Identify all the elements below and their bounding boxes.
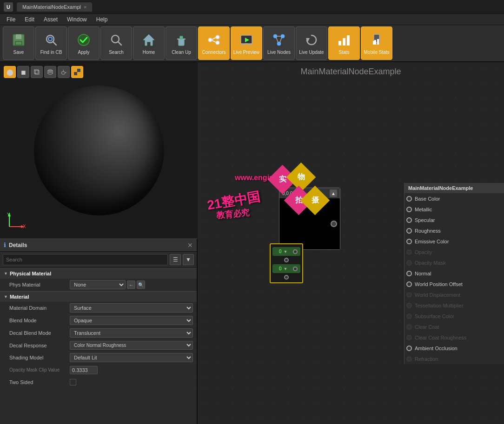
shading-model-label: Shading Model — [9, 355, 70, 360]
phys-material-select[interactable]: None — [70, 280, 126, 289]
details-title: Details — [9, 242, 27, 248]
tessellation-multiplier-pin — [406, 303, 412, 308]
live-update-button[interactable]: Live Update — [296, 26, 327, 60]
save-button[interactable]: Save — [3, 26, 34, 60]
details-filter-button[interactable]: ▼ — [183, 254, 194, 265]
save-label: Save — [13, 50, 24, 55]
blend-mode-row: Blend Mode Opaque — [0, 314, 197, 327]
svg-line-26 — [280, 38, 282, 42]
svg-point-23 — [277, 42, 281, 46]
subsurface-color-row: Subsurface Color — [405, 311, 504, 321]
svg-rect-13 — [180, 36, 183, 39]
svg-line-25 — [276, 38, 278, 42]
metallic-label: Metallic — [415, 207, 432, 212]
material-domain-select[interactable]: Surface — [70, 303, 193, 313]
clean-up-button[interactable]: Clean Up — [166, 26, 197, 60]
live-preview-button[interactable]: Live Preview — [231, 26, 262, 60]
connectors-button[interactable]: Connectors — [198, 26, 230, 60]
tab[interactable]: MainMaterialNodeExampl × — [17, 2, 92, 12]
preview-plane-button[interactable]: ◼ — [17, 66, 29, 78]
svg-rect-47 — [77, 69, 80, 72]
phys-material-search-button[interactable]: 🔍 — [137, 280, 145, 289]
material-section[interactable]: Material — [0, 291, 197, 302]
apply-button[interactable]: Apply — [68, 26, 99, 60]
menu-edit[interactable]: Edit — [20, 15, 39, 24]
result-up-button[interactable]: ▲ — [330, 189, 337, 197]
node-value-2: 0 — [279, 266, 282, 271]
specular-label: Specular — [415, 217, 435, 223]
svg-point-16 — [216, 41, 219, 45]
physical-material-section[interactable]: Physical Material — [0, 268, 197, 279]
tab-close-icon[interactable]: × — [84, 4, 86, 10]
svg-point-22 — [281, 34, 285, 38]
normal-label: Normal — [415, 271, 431, 276]
connectors-icon — [206, 32, 222, 48]
search-button[interactable]: Search — [100, 26, 132, 60]
titlebar: U MainMaterialNodeExampl × — [0, 0, 504, 14]
details-list-view-button[interactable]: ☰ — [170, 254, 181, 265]
node-value-1: 0 — [279, 249, 282, 254]
opacity-pin — [406, 249, 412, 255]
stats-button[interactable]: Stats — [328, 26, 360, 60]
refraction-pin — [406, 356, 412, 362]
clear-coat-row: Clear Coat — [405, 321, 504, 332]
preview-checker-button[interactable] — [71, 66, 83, 78]
opacity-row: Opacity — [405, 247, 504, 257]
info-icon: ℹ — [4, 241, 6, 248]
decal-blend-mode-select[interactable]: Translucent — [70, 328, 193, 338]
decal-blend-mode-label: Decal Blend Mode — [9, 330, 70, 336]
search-icon — [108, 32, 125, 48]
details-search-input[interactable] — [3, 254, 168, 265]
ambient-occlusion-label: Ambient Occlusion — [415, 346, 458, 351]
two-sided-row: Two Sided — [0, 376, 197, 388]
clear-coat-pin — [406, 324, 412, 330]
menu-asset[interactable]: Asset — [39, 15, 62, 24]
phys-material-arrow-button[interactable]: ← — [127, 280, 135, 289]
roughness-row: Roughness — [405, 225, 504, 236]
connectors-label: Connectors — [202, 50, 225, 55]
metallic-pin — [406, 207, 412, 212]
menu-window[interactable]: Window — [62, 15, 92, 24]
properties-panel: Physical Material Phys Material None ← 🔍 — [0, 268, 197, 424]
decal-response-select[interactable]: Color Normal Roughness — [70, 341, 193, 350]
preview-teapot-button[interactable] — [58, 66, 70, 78]
home-button[interactable]: Home — [133, 26, 165, 60]
svg-point-6 — [48, 37, 52, 41]
mat-props-list: Base Color Metallic Specular Roughness E… — [405, 193, 504, 364]
specular-row: Specular — [405, 215, 504, 225]
ambient-occlusion-pin — [406, 346, 412, 351]
canvas-area[interactable]: MainMaterialNodeExample 0,0,0 ▲ — [198, 62, 504, 424]
roughness-label: Roughness — [415, 228, 441, 234]
menu-help[interactable]: Help — [92, 15, 113, 24]
preview-cylinder-button[interactable] — [44, 66, 56, 78]
opacity-mask-clip-input[interactable] — [70, 366, 98, 374]
blend-mode-select[interactable]: Opaque — [70, 316, 193, 325]
subsurface-color-label: Subsurface Color — [415, 313, 454, 319]
shading-model-select[interactable]: Default Lit — [70, 353, 193, 362]
decal-blend-mode-value: Translucent — [70, 328, 193, 338]
svg-line-18 — [212, 40, 216, 42]
opacity-mask-clip-value — [70, 366, 193, 374]
phys-material-label: Phys Material — [9, 282, 70, 287]
preview-cube-button[interactable] — [31, 66, 43, 78]
svg-rect-45 — [74, 69, 77, 72]
svg-rect-28 — [338, 41, 341, 46]
apply-label: Apply — [78, 50, 89, 55]
find-in-cb-button[interactable]: Find in CB — [35, 26, 67, 60]
search-label: Search — [109, 50, 124, 55]
mini-node-1-val: 0 ▼ — [275, 248, 291, 254]
two-sided-checkbox[interactable] — [70, 379, 76, 385]
material-properties-panel: MainMaterialNodeExample Base Color Metal… — [404, 183, 504, 364]
menu-file[interactable]: File — [2, 15, 20, 24]
emissive-color-row: Emissive Color — [405, 236, 504, 247]
emissive-color-label: Emissive Color — [415, 239, 449, 244]
details-close-button[interactable]: ✕ — [187, 241, 193, 249]
ue-logo: U — [4, 2, 13, 12]
base-color-row: Base Color — [405, 193, 504, 204]
mobile-stats-button[interactable]: Mobile Stats — [361, 26, 392, 60]
left-panel: ⬤ ◼ — [0, 62, 198, 424]
preview-sphere-button[interactable]: ⬤ — [4, 66, 16, 78]
live-nodes-button[interactable]: Live Nodes — [263, 26, 295, 60]
menubar: File Edit Asset Window Help — [0, 14, 504, 25]
opacity-mask-pin — [406, 260, 412, 266]
